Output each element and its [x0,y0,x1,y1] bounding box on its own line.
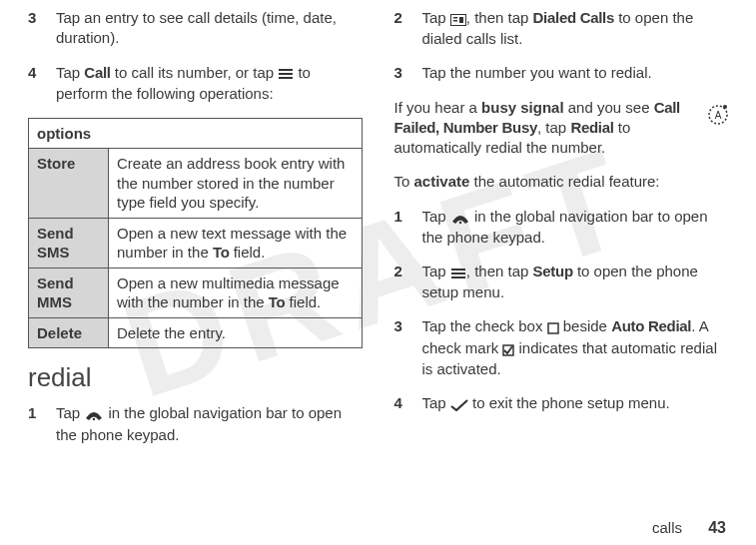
step-text: Tap the check box beside Auto Redial. A … [422,316,729,379]
to-field: To [269,293,286,310]
row-desc: Open a new text message with the number … [109,218,363,268]
row-label: Delete [29,317,109,348]
svg-point-10 [723,105,727,109]
text: , then tap [466,9,533,26]
right-column: 2 Tap , then tap Dialed Calls to open th… [394,8,729,459]
text: To [394,173,414,190]
svg-point-3 [93,418,95,420]
step-text: Tap an entry to see call details (time, … [56,8,363,49]
text: the automatic redial feature: [469,173,659,190]
checkbox-empty-icon [547,317,559,337]
text: Tap [422,394,450,411]
svg-rect-14 [451,276,465,278]
to-field: To [213,244,230,261]
svg-rect-4 [450,14,465,25]
step-number: 3 [28,8,56,49]
step-number: 4 [394,393,422,414]
step-number: 1 [28,403,56,444]
step-text: Tap the number you want to redial. [422,63,729,83]
step-number: 1 [394,207,422,248]
svg-rect-0 [279,69,293,71]
dialed-calls-label: Dialed Calls [533,9,614,26]
page-footer: calls 43 [652,519,726,537]
ok-check-icon [450,394,468,414]
options-header: options [29,118,363,149]
activate-para: To activate the automatic redial feature… [394,172,729,192]
table-row: Send MMS Open a new multimedia message w… [29,268,363,317]
step-text: Tap , then tap Dialed Calls to open the … [422,8,729,49]
text: to call its number, or tap [111,64,279,81]
svg-rect-2 [279,77,293,79]
svg-point-11 [459,221,461,223]
svg-rect-1 [279,73,293,75]
svg-rect-15 [548,323,558,333]
table-row: Send SMS Open a new text message with th… [29,218,363,268]
activate-step-3: 3 Tap the check box beside Auto Redial. … [394,316,729,379]
step-number: 2 [394,262,422,302]
text: field. [230,244,266,261]
page-number: 43 [708,519,726,536]
text: Tap [56,64,84,81]
phone-icon [84,404,104,424]
text: , tap [537,119,570,136]
busy-signal-label: busy signal [481,99,564,116]
activate-step-2: 2 Tap , then tap Setup to open the phone… [394,262,729,302]
redial-label: Redial [570,119,613,136]
menu-icon [450,263,466,282]
row-label: Send SMS [29,218,109,268]
activate-step-4: 4 Tap to exit the phone setup menu. [394,393,729,414]
footer-section: calls [652,519,682,536]
text: Tap [422,208,450,225]
svg-rect-5 [453,17,457,19]
busy-signal-para: If you hear a busy signal and you see Ca… [394,98,729,159]
left-step-4: 4 Tap Call to call its number, or tap to… [28,63,363,104]
text: beside [559,317,612,334]
step-number: 2 [394,8,422,49]
left-column: 3 Tap an entry to see call details (time… [28,8,363,459]
row-label: Store [29,149,109,219]
options-table: options Store Create an address book ent… [28,118,363,349]
step-text: Tap Call to call its number, or tap to p… [56,63,363,104]
left-step-3: 3 Tap an entry to see call details (time… [28,8,363,49]
step-text: Tap , then tap Setup to open the phone s… [422,262,729,302]
step-number: 4 [28,63,56,104]
text: and you see [564,99,654,116]
text: If you hear a [394,99,482,116]
svg-rect-13 [451,272,465,274]
row-label: Send MMS [29,268,109,317]
svg-rect-7 [459,17,463,23]
step-text: Tap to exit the phone setup menu. [422,393,729,414]
setup-label: Setup [533,263,573,279]
text: , then tap [466,263,533,279]
step-text: Tap in the global navigation bar to open… [422,207,729,248]
redial-heading: redial [28,362,363,393]
left-redial-step-1: 1 Tap in the global navigation bar to op… [28,403,363,444]
page-content: 3 Tap an entry to see call details (time… [0,0,756,459]
table-header-row: options [29,118,363,149]
right-step-3: 3 Tap the number you want to redial. [394,63,729,83]
text: to exit the phone setup menu. [468,394,670,411]
svg-rect-6 [453,20,457,22]
checkbox-checked-icon [502,339,514,359]
row-desc: Create an address book entry with the nu… [109,149,363,219]
step-number: 3 [394,316,422,379]
phone-icon [450,208,470,228]
feature-badge-icon: A [706,102,730,127]
activate-label: activate [414,173,470,190]
right-step-2: 2 Tap , then tap Dialed Calls to open th… [394,8,729,49]
activate-step-1: 1 Tap in the global navigation bar to op… [394,207,729,248]
menu-icon [278,63,294,83]
row-desc: Open a new multimedia message with the n… [109,268,363,317]
text: field. [285,293,321,310]
text: Tap [56,404,84,421]
text: Tap [422,9,450,26]
step-text: Tap in the global navigation bar to open… [56,403,363,444]
svg-rect-12 [451,269,465,271]
text: Tap the check box [422,317,547,334]
table-row: Store Create an address book entry with … [29,149,363,219]
call-log-icon [450,9,466,29]
auto-redial-label: Auto Redial [611,317,691,334]
step-number: 3 [394,63,422,83]
call-label: Call [84,64,110,81]
table-row: Delete Delete the entry. [29,317,363,348]
